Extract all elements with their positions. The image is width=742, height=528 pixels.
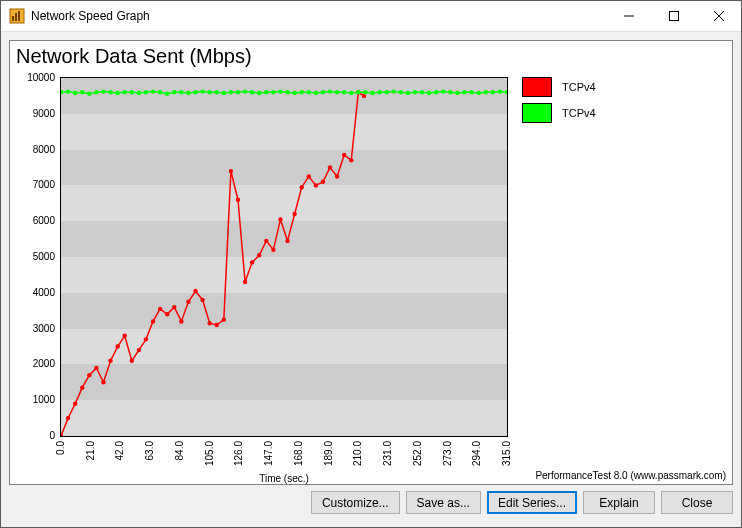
legend: TCPv4 TCPv4 bbox=[522, 77, 596, 129]
x-tick-label: 294.0 bbox=[471, 441, 482, 466]
minimize-icon bbox=[624, 11, 634, 21]
legend-item: TCPv4 bbox=[522, 77, 596, 97]
window-controls bbox=[606, 1, 741, 31]
svg-point-19 bbox=[137, 348, 141, 352]
save-as-button[interactable]: Save as... bbox=[406, 491, 481, 514]
x-tick-label: 252.0 bbox=[411, 441, 422, 466]
x-tick-label: 21.0 bbox=[84, 441, 95, 460]
y-tick-label: 2000 bbox=[33, 359, 55, 369]
x-tick-label: 189.0 bbox=[322, 441, 333, 466]
svg-point-16 bbox=[115, 344, 119, 348]
window-title: Network Speed Graph bbox=[31, 9, 606, 23]
maximize-icon bbox=[669, 11, 679, 21]
y-tick-label: 0 bbox=[49, 431, 55, 441]
x-axis-label: Time (sec.) bbox=[60, 473, 508, 484]
client-area: Network Data Sent (Mbps) 010002000300040… bbox=[1, 32, 741, 527]
y-tick-label: 9000 bbox=[33, 109, 55, 119]
svg-point-15 bbox=[108, 359, 112, 363]
chart-panel: Network Data Sent (Mbps) 010002000300040… bbox=[9, 40, 733, 485]
x-tick-label: 168.0 bbox=[292, 441, 303, 466]
svg-point-8 bbox=[61, 434, 63, 436]
svg-point-35 bbox=[250, 260, 254, 264]
credits-text: PerformanceTest 8.0 (www.passmark.com) bbox=[535, 470, 726, 481]
legend-swatch bbox=[522, 103, 552, 123]
svg-rect-1 bbox=[12, 16, 14, 21]
customize-button[interactable]: Customize... bbox=[311, 491, 400, 514]
svg-point-18 bbox=[130, 359, 134, 363]
svg-point-33 bbox=[236, 198, 240, 202]
x-tick-label: 105.0 bbox=[203, 441, 214, 466]
close-window-button[interactable] bbox=[696, 1, 741, 31]
close-icon bbox=[714, 11, 724, 21]
app-icon bbox=[9, 8, 25, 24]
x-tick-label: 42.0 bbox=[114, 441, 125, 460]
edit-series-button[interactable]: Edit Series... bbox=[487, 491, 577, 514]
x-tick-label: 84.0 bbox=[173, 441, 184, 460]
svg-point-17 bbox=[123, 334, 127, 338]
y-tick-label: 10000 bbox=[27, 73, 55, 83]
legend-label: TCPv4 bbox=[562, 107, 596, 119]
minimize-button[interactable] bbox=[606, 1, 651, 31]
legend-item: TCPv4 bbox=[522, 103, 596, 123]
svg-point-42 bbox=[299, 185, 303, 189]
y-tick-label: 6000 bbox=[33, 216, 55, 226]
svg-rect-3 bbox=[18, 11, 20, 21]
y-tick-label: 1000 bbox=[33, 395, 55, 405]
svg-point-9 bbox=[66, 416, 70, 420]
svg-rect-5 bbox=[669, 12, 678, 21]
button-row: Customize... Save as... Edit Series... E… bbox=[9, 491, 733, 521]
legend-label: TCPv4 bbox=[562, 81, 596, 93]
app-window: Network Speed Graph Network Data Sent (M… bbox=[0, 0, 742, 528]
svg-point-34 bbox=[243, 280, 247, 284]
close-button[interactable]: Close bbox=[661, 491, 733, 514]
chart-title: Network Data Sent (Mbps) bbox=[16, 45, 252, 68]
x-tick-label: 147.0 bbox=[263, 441, 274, 466]
x-tick-label: 315.0 bbox=[501, 441, 512, 466]
y-tick-label: 4000 bbox=[33, 288, 55, 298]
x-tick-label: 0.0 bbox=[55, 441, 66, 455]
y-tick-label: 8000 bbox=[33, 145, 55, 155]
x-tick-label: 273.0 bbox=[441, 441, 452, 466]
x-tick-label: 210.0 bbox=[352, 441, 363, 466]
explain-button[interactable]: Explain bbox=[583, 491, 655, 514]
x-tick-label: 231.0 bbox=[382, 441, 393, 466]
svg-point-10 bbox=[73, 402, 77, 406]
legend-swatch bbox=[522, 77, 552, 97]
svg-point-41 bbox=[292, 212, 296, 216]
x-tick-label: 63.0 bbox=[144, 441, 155, 460]
y-tick-label: 5000 bbox=[33, 252, 55, 262]
y-tick-label: 3000 bbox=[33, 324, 55, 334]
svg-point-20 bbox=[144, 337, 148, 341]
titlebar: Network Speed Graph bbox=[1, 1, 741, 32]
y-tick-label: 7000 bbox=[33, 180, 55, 190]
maximize-button[interactable] bbox=[651, 1, 696, 31]
x-tick-label: 126.0 bbox=[233, 441, 244, 466]
plot-area[interactable]: 0100020003000400050006000700080009000100… bbox=[60, 77, 508, 437]
svg-rect-2 bbox=[15, 13, 17, 21]
